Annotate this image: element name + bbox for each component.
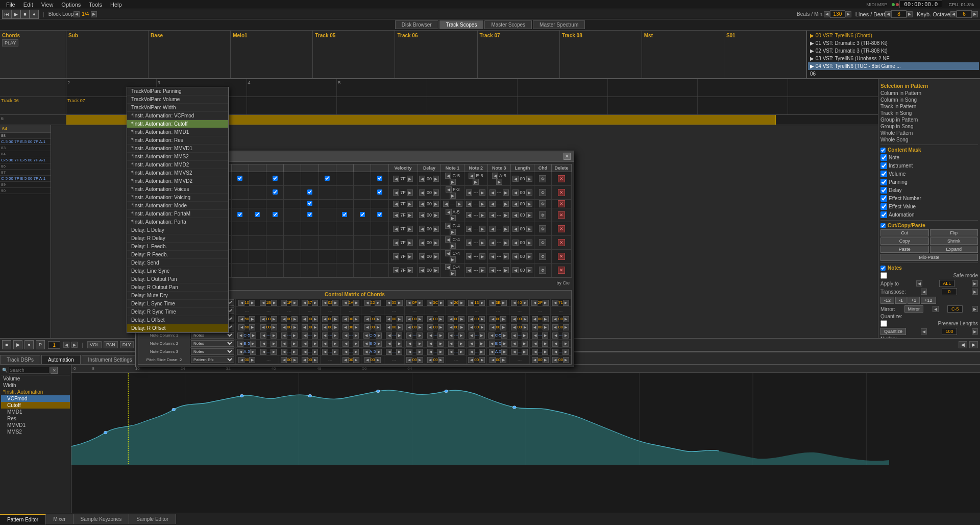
ctx-vcfmod[interactable]: *Instr. Automation: VCFmod: [127, 112, 228, 120]
ctx-mmvd1[interactable]: *Instr. Automation: MMVD1: [127, 145, 228, 153]
tree-instr-auto[interactable]: *Instr. Automation: [1, 389, 70, 395]
tab-automation[interactable]: Automation: [41, 355, 81, 364]
ctx-mmd1[interactable]: *Instr. Automation: MMD1: [127, 128, 228, 136]
check-3-6[interactable]: [336, 208, 353, 222]
check-7-2[interactable]: [266, 264, 284, 277]
ccp-check[interactable]: [880, 223, 886, 228]
vst-tyrelln6-chord[interactable]: ▶ 00 VST: TyrellN6 (Chord): [808, 32, 979, 39]
ctx-ldelay[interactable]: Delay: L Delay: [127, 226, 228, 234]
check-3-0[interactable]: [231, 208, 249, 222]
del-btn-1[interactable]: ✕: [558, 189, 565, 196]
transpose-right[interactable]: ▶: [972, 289, 978, 295]
quantize-btn[interactable]: Quantize: [880, 328, 906, 335]
right-arrow[interactable]: ▶: [969, 341, 978, 348]
check-3-7[interactable]: [354, 208, 371, 222]
chd-btn-3[interactable]: ⚙: [539, 211, 546, 219]
mirror-right[interactable]: ▶: [972, 306, 978, 312]
transpose-left[interactable]: ◀: [921, 289, 927, 295]
menu-options[interactable]: Options: [57, 2, 85, 8]
check-4-3[interactable]: [284, 222, 301, 236]
check-0-4[interactable]: [301, 172, 318, 186]
check-4-5[interactable]: [318, 222, 336, 236]
left-arrow[interactable]: ◀: [959, 341, 967, 348]
menu-tools[interactable]: Tools: [85, 2, 106, 8]
vst-slot-07[interactable]: 07: [808, 78, 979, 78]
ctx-lfeedb[interactable]: Delay: L Feedb.: [127, 243, 228, 251]
check-6-4[interactable]: [301, 250, 318, 264]
tab-instrument-settings[interactable]: Instrument Settings: [82, 355, 139, 364]
check-7-6[interactable]: [336, 264, 353, 277]
check-4-2[interactable]: [266, 222, 284, 236]
dialog-close-btn[interactable]: ✕: [564, 153, 571, 160]
tab-track-dsps[interactable]: Track DSPs: [0, 355, 40, 364]
menu-file[interactable]: File: [2, 2, 19, 8]
cm-efx-sel-5[interactable]: Notes: [191, 340, 234, 347]
record-btn[interactable]: ●: [30, 10, 39, 19]
check-1-3[interactable]: [284, 186, 301, 200]
bt-record[interactable]: ●: [24, 340, 34, 349]
check-3-1[interactable]: [249, 208, 266, 222]
block-loop-up[interactable]: ▶: [91, 11, 97, 17]
del-btn-3[interactable]: ✕: [558, 211, 565, 219]
vst-drumatic3-808kt[interactable]: ▶ 01 VST: Drumatic 3 (TR-808 Kt): [808, 39, 979, 47]
check-2-6[interactable]: [336, 200, 353, 208]
check-0-6[interactable]: [336, 172, 353, 186]
lines-up[interactable]: ▶: [906, 11, 913, 17]
check-5-1[interactable]: [249, 236, 266, 250]
apply-to-left[interactable]: ◀: [916, 280, 922, 287]
flip-btn[interactable]: Flip: [930, 229, 978, 236]
tree-volume[interactable]: Volume: [1, 375, 70, 382]
paste-btn[interactable]: Paste: [880, 246, 929, 253]
check-2-1[interactable]: [249, 200, 266, 208]
tree-res[interactable]: Res: [1, 415, 70, 422]
check-5-7[interactable]: [354, 236, 371, 250]
check-2-3[interactable]: [284, 200, 301, 208]
vst-tyrelln6-unobass[interactable]: ▶ 03 VST: TyrellN6 (Unobass-2 NF: [808, 55, 979, 62]
cm-efx-7[interactable]: Pattern Efx: [190, 356, 236, 364]
ctx-mms2[interactable]: *Instr. Automation: MMS2: [127, 153, 228, 161]
del-btn-0[interactable]: ✕: [558, 175, 565, 182]
check-6-2[interactable]: [266, 250, 284, 264]
del-btn-2[interactable]: ✕: [558, 200, 565, 207]
chd-btn-4[interactable]: ⚙: [539, 225, 546, 232]
octave-down[interactable]: ◀: [950, 11, 957, 17]
search-input[interactable]: [9, 367, 50, 374]
cm-efx-sel-6[interactable]: Notes: [191, 348, 234, 355]
cm-efx-sel-7[interactable]: Pattern Efx: [191, 356, 234, 363]
ctx-routpan[interactable]: Delay: R Output Pan: [127, 283, 228, 292]
check-1-6[interactable]: [336, 186, 353, 200]
cm-efx-6[interactable]: Notes: [190, 348, 236, 356]
check-6-0[interactable]: [231, 250, 249, 264]
cut-btn[interactable]: Cut: [880, 229, 929, 236]
check-2-2[interactable]: [266, 200, 284, 208]
master-spectrum-btn[interactable]: Master Spectrum: [533, 20, 585, 29]
check-7-3[interactable]: [284, 264, 301, 277]
check-7-1[interactable]: [249, 264, 266, 277]
quantize-right[interactable]: ▶: [972, 328, 978, 335]
chd-btn-7[interactable]: ⚙: [539, 267, 546, 274]
ctx-mutedry[interactable]: Delay: Mute Dry: [127, 292, 228, 300]
check-5-0[interactable]: [231, 236, 249, 250]
transpose-minus12[interactable]: -12: [880, 297, 894, 304]
ctx-volume[interactable]: TrackVolPan: Volume: [127, 96, 228, 104]
check-4-8[interactable]: [371, 222, 388, 236]
check-2-7[interactable]: [354, 200, 371, 208]
notes-check[interactable]: [880, 266, 886, 271]
ctx-mmd2[interactable]: *Instr. Automation: MMD2: [127, 161, 228, 169]
menu-view[interactable]: View: [37, 2, 58, 8]
vol-btn[interactable]: VOL: [87, 341, 102, 348]
master-scopes-btn[interactable]: Master Scopes: [484, 20, 532, 29]
editor-tab-pattern[interactable]: Pattern Editor: [0, 514, 46, 524]
check-0-8[interactable]: [371, 172, 388, 186]
copy-btn[interactable]: Copy: [880, 237, 929, 245]
ctx-loutpan[interactable]: Delay: L Output Pan: [127, 275, 228, 283]
ctx-mmvd2[interactable]: *Instr. Automation: MMVD2: [127, 177, 228, 185]
vst-tyrelln6-tuc[interactable]: ▶ 04 VST: TyrellN6 (TUC - 8bit Game ...: [808, 62, 979, 70]
check-5-3[interactable]: [284, 236, 301, 250]
ctx-voices[interactable]: *Instr. Automation: Voices: [127, 185, 228, 194]
transpose-plus12[interactable]: +12: [921, 297, 936, 304]
bt-pattern[interactable]: P: [36, 340, 45, 349]
chd-btn-2[interactable]: ⚙: [539, 200, 546, 207]
ctx-width[interactable]: TrackVolPan: Width: [127, 104, 228, 112]
mirror-left[interactable]: ◀: [933, 306, 939, 312]
